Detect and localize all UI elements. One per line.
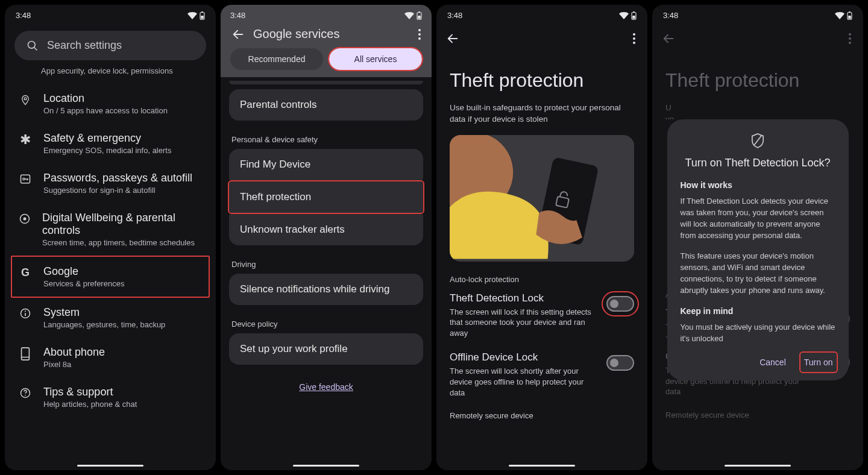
tab-recommended[interactable]: Recommended <box>230 48 323 70</box>
status-icons <box>404 11 422 20</box>
section-remote: Remotely secure device <box>450 411 634 420</box>
item-title: System <box>43 306 165 319</box>
item-title: Safety & emergency <box>43 132 171 145</box>
settings-item-about[interactable]: About phonePixel 8a <box>14 338 206 377</box>
status-time: 3:48 <box>230 11 245 20</box>
screen-theft-protection: 3:48 Theft protection Use built-in safeg… <box>436 5 647 470</box>
row-theft-protection[interactable]: Theft protection <box>229 181 423 213</box>
battery-icon <box>847 11 852 20</box>
back-icon[interactable] <box>231 28 245 41</box>
settings-item-tips[interactable]: Tips & supportHelp articles, phone & cha… <box>14 377 206 417</box>
nav-handle[interactable] <box>293 465 359 467</box>
item-title: Passwords, passkeys & autofill <box>43 172 192 184</box>
item-subtitle: Languages, gestures, time, backup <box>43 320 165 329</box>
screen-google-services: 3:48 Google services Recommended All ser… <box>221 5 432 470</box>
dialog-text: This feature uses your device's motion s… <box>681 251 835 296</box>
back-icon[interactable] <box>446 32 459 45</box>
nav-handle[interactable] <box>725 465 791 467</box>
svg-line-4 <box>34 47 37 50</box>
back-icon <box>662 32 675 45</box>
settings-item-passwords[interactable]: Passwords, passkeys & autofillSuggestion… <box>14 163 206 203</box>
dialog-title: Turn on Theft Detection Lock? <box>681 157 835 169</box>
svg-point-5 <box>24 98 27 100</box>
item-subtitle: Emergency SOS, medical info, alerts <box>43 146 171 155</box>
app-bar-title: Google services <box>253 27 410 41</box>
row-theft-detection-lock[interactable]: Theft Detection Lock The screen will loc… <box>450 292 634 339</box>
settings-item-safety[interactable]: ✱ Safety & emergencyEmergency SOS, medic… <box>14 124 206 163</box>
section-safety: Personal & device safety <box>231 135 421 144</box>
give-feedback-link[interactable]: Give feedback <box>229 382 423 392</box>
dialog-turn-on-button[interactable]: Turn on <box>802 354 835 371</box>
item-title: Location <box>43 92 168 105</box>
svg-rect-2 <box>201 16 203 19</box>
svg-point-9 <box>24 218 27 221</box>
switch-offline-device-lock[interactable] <box>606 355 634 371</box>
section-auto-lock: Auto-lock protection <box>450 275 634 284</box>
item-subtitle: Suggestions for sign-in & autofill <box>43 186 192 195</box>
help-icon <box>19 387 31 399</box>
overflow-menu-icon[interactable] <box>633 33 635 44</box>
item-title: Google <box>43 265 124 278</box>
battery-icon <box>417 11 422 20</box>
battery-icon <box>200 11 205 20</box>
dialog-turn-on-tdl: Turn on Theft Detection Lock? How it wor… <box>667 119 849 380</box>
svg-rect-22 <box>632 16 635 19</box>
wifi-icon <box>404 12 414 19</box>
svg-rect-18 <box>418 11 420 13</box>
toggle-title: Theft Detection Lock <box>450 292 598 304</box>
settings-item-wellbeing[interactable]: Digital Wellbeing & parental controlsScr… <box>14 203 206 256</box>
search-icon <box>27 40 39 52</box>
tab-all-services[interactable]: All services <box>329 48 422 70</box>
svg-rect-13 <box>22 348 30 360</box>
svg-rect-19 <box>418 16 420 19</box>
wifi-icon <box>619 12 629 19</box>
page-description: Use built-in safeguards to protect your … <box>450 102 634 125</box>
settings-item-system[interactable]: SystemLanguages, gestures, time, backup <box>14 298 206 338</box>
row-parental-controls[interactable]: Parental controls <box>229 89 423 121</box>
item-title: Digital Wellbeing & parental controls <box>42 212 203 237</box>
row-work-profile[interactable]: Set up your work profile <box>229 333 423 365</box>
item-subtitle: Screen time, app timers, bedtime schedul… <box>42 238 203 247</box>
app-bar <box>652 22 863 52</box>
overflow-menu-icon <box>849 33 851 44</box>
svg-rect-28 <box>849 11 851 13</box>
overflow-menu-icon[interactable] <box>418 29 421 40</box>
dialog-text: You must be actively using your device w… <box>681 322 835 345</box>
toggle-title: Offline Device Lock <box>450 351 598 363</box>
settings-item-google[interactable]: G GoogleServices & preferences <box>11 256 210 298</box>
switch-theft-detection-lock[interactable] <box>606 296 634 312</box>
nav-handle[interactable] <box>77 465 143 467</box>
row-offline-device-lock[interactable]: Offline Device Lock The screen will lock… <box>450 351 634 398</box>
dialog-cancel-button[interactable]: Cancel <box>757 354 788 371</box>
svg-point-7 <box>23 178 25 180</box>
status-time: 3:48 <box>447 11 462 20</box>
section-driving: Driving <box>231 260 421 269</box>
wellbeing-icon <box>19 213 31 225</box>
row-unknown-tracker[interactable]: Unknown tracker alerts <box>229 214 423 245</box>
search-settings[interactable]: Search settings <box>14 31 206 60</box>
settings-item-location[interactable]: LocationOn / 5 apps have access to locat… <box>14 84 206 124</box>
item-subtitle: On / 5 apps have access to location <box>43 106 168 115</box>
section-device-policy: Device policy <box>231 319 421 329</box>
svg-line-30 <box>755 136 762 145</box>
status-bar: 3:48 <box>5 5 216 22</box>
item-subtitle: Help articles, phone & chat <box>43 400 137 409</box>
row-silence-driving[interactable]: Silence notifications while driving <box>229 274 423 305</box>
services-body: Parental controls Personal & device safe… <box>221 77 432 417</box>
row-find-my-device[interactable]: Find My Device <box>229 149 423 180</box>
item-title: Tips & support <box>43 386 137 398</box>
svg-point-12 <box>25 310 26 312</box>
item-subtitle: Pixel 8a <box>43 360 105 369</box>
google-icon: G <box>18 265 33 279</box>
status-time: 3:48 <box>663 11 678 20</box>
shield-icon <box>681 133 835 151</box>
status-icons <box>619 11 637 20</box>
key-icon <box>19 173 31 185</box>
tab-bar: Recommended All services <box>225 48 427 70</box>
status-icons <box>187 11 205 20</box>
svg-rect-29 <box>848 16 851 19</box>
prev-item-subtitle: App security, device lock, permissions <box>14 66 206 84</box>
location-icon <box>20 93 31 107</box>
nav-handle[interactable] <box>509 465 575 467</box>
toggle-subtitle: The screen will lock if this setting det… <box>450 307 598 339</box>
